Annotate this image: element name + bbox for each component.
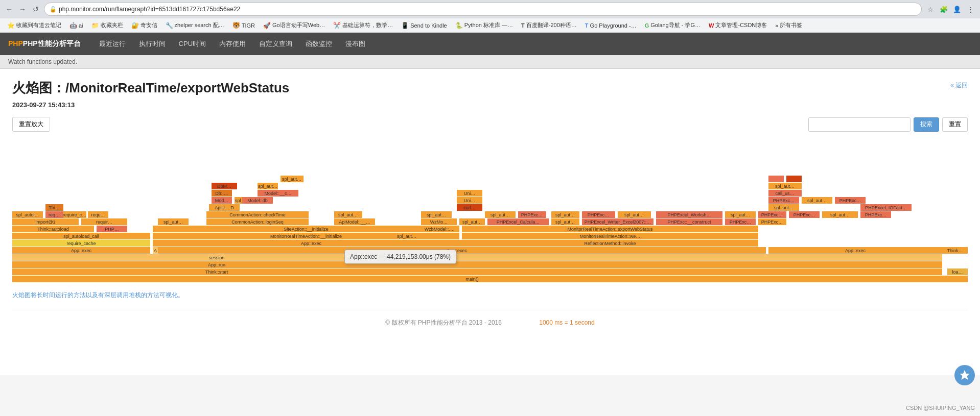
svg-text:WzMo…: WzMo… bbox=[430, 219, 448, 225]
nav-cpu-time[interactable]: CPU时间 bbox=[173, 36, 212, 52]
svg-text:Think::start: Think::start bbox=[205, 270, 228, 275]
svg-text:App::exec: App::exec bbox=[447, 248, 468, 253]
flame-think-start[interactable] bbox=[12, 268, 942, 275]
svg-text:require_c…: require_c… bbox=[63, 212, 87, 217]
svg-text:ReflectionMethod::invoke: ReflectionMethod::invoke bbox=[584, 241, 636, 246]
bookmark-baidu-translate[interactable]: T 百度翻译-200种语… bbox=[518, 20, 580, 30]
svg-text:PHPExc…: PHPExc… bbox=[761, 212, 783, 217]
main-nav: 最近运行 执行时间 CPU时间 内存使用 自定义查询 函数监控 漫布图 bbox=[93, 36, 371, 52]
svg-text:MonitorRealTimeAction::exportW: MonitorRealTimeAction::exportWebStatus bbox=[567, 227, 653, 232]
svg-text:PHPExc…: PHPExc… bbox=[865, 212, 887, 217]
svg-text:MonitorRealTimeAction::we…: MonitorRealTimeAction::we… bbox=[580, 234, 641, 239]
bookmark-csdn[interactable]: W 文章管理-CSDN博客 bbox=[706, 20, 770, 30]
svg-text:PHPExc…: PHPExc… bbox=[730, 219, 752, 225]
reset-button[interactable]: 重置 bbox=[942, 117, 968, 132]
bookmark-all[interactable]: » 所有书签 bbox=[772, 20, 805, 30]
svg-text:Mod…: Mod… bbox=[215, 198, 229, 203]
search-button[interactable]: 搜索 bbox=[914, 117, 939, 132]
address-bar[interactable]: 🔓 php.monitor.com/run/flamegraph?id=6513… bbox=[44, 3, 922, 16]
flame-main[interactable] bbox=[12, 276, 968, 282]
extension-button[interactable]: 🧩 bbox=[938, 4, 949, 15]
svg-text:Think…: Think… bbox=[947, 248, 963, 253]
browser-chrome: ← → ↺ 🔓 php.monitor.com/run/flamegraph?i… bbox=[0, 0, 980, 33]
bookmark-go-playground[interactable]: T Go Playground -… bbox=[582, 21, 640, 30]
svg-text:A: A bbox=[154, 248, 157, 253]
bookmark-qianxin[interactable]: 🔐 奇安信 bbox=[128, 20, 160, 30]
svg-text:App::exec: App::exec bbox=[301, 241, 322, 246]
bookmark-zhelper[interactable]: 🔧 zhelper search 配… bbox=[162, 20, 227, 30]
back-button[interactable]: ← bbox=[4, 4, 14, 14]
timing-text: 1000 ms = 1 second bbox=[539, 319, 594, 326]
svg-text:main(): main() bbox=[465, 277, 479, 282]
bookmark-golang[interactable]: G Golang导航 - 学G… bbox=[642, 20, 704, 30]
search-input[interactable] bbox=[808, 117, 911, 132]
profile-button[interactable]: 👤 bbox=[951, 4, 963, 15]
copyright-text: © 版权所有 PHP性能分析平台 2013 - 2016 bbox=[385, 319, 502, 326]
bookmark-button[interactable]: ☆ bbox=[925, 4, 936, 15]
bookmarks-bar: ⭐ 收藏到有道云笔记 🤖 ai 📁 收藏夹栏 🔐 奇安信 🔧 zhelper s… bbox=[0, 18, 980, 33]
nav-recent-runs[interactable]: 最近运行 bbox=[93, 36, 132, 52]
svg-text:PHPExcel_Calcula…: PHPExcel_Calcula… bbox=[497, 219, 540, 225]
notification-bar: Watch functions updated. bbox=[0, 55, 980, 69]
svg-text:spl_aut…: spl_aut… bbox=[338, 212, 358, 217]
bookmark-ai[interactable]: 🤖 ai bbox=[66, 21, 86, 30]
nav-func-monitor[interactable]: 函数监控 bbox=[299, 36, 338, 52]
bookmark-youdao[interactable]: ⭐ 收藏到有道云笔记 bbox=[4, 20, 64, 30]
svg-text:PHPExcel_Worksh…: PHPExcel_Worksh… bbox=[668, 212, 711, 217]
svg-text:spl_aut…: spl_aut… bbox=[462, 219, 482, 225]
svg-text:Uni…: Uni… bbox=[464, 198, 476, 203]
page-footer: © 版权所有 PHP性能分析平台 2013 - 2016 1000 ms = 1… bbox=[12, 310, 968, 335]
svg-text:spl_aut…: spl_aut… bbox=[731, 212, 750, 217]
svg-text:WzbModel::…: WzbModel::… bbox=[425, 227, 454, 232]
search-controls: 搜索 重置 bbox=[808, 117, 968, 132]
browser-toolbar: ← → ↺ 🔓 php.monitor.com/run/flamegraph?i… bbox=[0, 0, 980, 18]
svg-text:PHPExc::__construct: PHPExc::__construct bbox=[667, 219, 711, 225]
svg-text:ApiModel::__…: ApiModel::__… bbox=[339, 219, 370, 225]
nav-custom-query[interactable]: 自定义查询 bbox=[253, 36, 298, 52]
bookmark-python[interactable]: 🐍 Python 标准库 —… bbox=[452, 20, 516, 30]
svg-text:Uni…: Uni… bbox=[464, 191, 476, 196]
bookmark-kindle[interactable]: 📱 Send to Kindle bbox=[398, 21, 450, 30]
svg-text:loa…: loa… bbox=[952, 270, 963, 275]
flamegraph-container: main() Think::start loa… App::run sessio… bbox=[12, 140, 968, 283]
svg-text:ApiU… D: ApiU… D bbox=[215, 205, 234, 210]
reset-zoom-button[interactable]: 重置放大 bbox=[12, 117, 50, 132]
flame-app-run[interactable] bbox=[12, 261, 942, 268]
svg-text:spl_autol…: spl_autol… bbox=[16, 212, 39, 217]
return-link[interactable]: « 返回 bbox=[950, 81, 968, 90]
svg-text:spl_aut…: spl_aut… bbox=[830, 212, 850, 217]
svg-text:spl_aut…: spl_aut… bbox=[282, 177, 301, 182]
svg-text:DbM…: DbM… bbox=[217, 184, 231, 189]
nav-flamegraph[interactable]: 漫布图 bbox=[339, 36, 371, 52]
flamegraph-svg[interactable]: main() Think::start loa… App::run sessio… bbox=[12, 140, 968, 283]
flame-phpexc-tiny1[interactable] bbox=[768, 176, 784, 182]
app-header: PHPPHP性能分析平台 最近运行 执行时间 CPU时间 内存使用 自定义查询 … bbox=[0, 33, 980, 55]
svg-text:spl_aut…: spl_aut… bbox=[164, 219, 183, 225]
svg-text:spl_aut…: spl_aut… bbox=[427, 212, 446, 217]
svg-text:spl_aut…: spl_aut… bbox=[807, 198, 827, 203]
svg-text:Model::__c…: Model::__c… bbox=[264, 191, 291, 196]
svg-text:PHPExcel_IOFact…: PHPExcel_IOFact… bbox=[865, 205, 907, 210]
svg-text:import@1: import@1 bbox=[35, 219, 55, 225]
bookmark-favorites[interactable]: 📁 收藏夹栏 bbox=[88, 20, 126, 30]
svg-text:call_us…: call_us… bbox=[775, 191, 794, 196]
reload-button[interactable]: ↺ bbox=[31, 4, 41, 14]
svg-text:PHPExc…: PHPExc… bbox=[794, 212, 815, 217]
svg-text:spl_aut…: spl_aut… bbox=[624, 212, 644, 217]
main-content: 火焰图：/MonitorRealTime/exportWebStatus 202… bbox=[0, 69, 980, 375]
nav-memory[interactable]: 内存使用 bbox=[213, 36, 252, 52]
bookmark-math[interactable]: ✂️ 基础运算符，数学… bbox=[330, 20, 396, 30]
svg-text:spl_aut…: spl_aut… bbox=[555, 212, 575, 217]
svg-text:spl_aut…: spl_aut… bbox=[774, 205, 794, 210]
flame-session[interactable] bbox=[12, 254, 942, 261]
controls-row: 重置放大 搜索 重置 bbox=[12, 117, 968, 132]
svg-text:requir…: requir… bbox=[96, 219, 112, 225]
svg-text:PHPExcel_Writer_Excel2007::…: PHPExcel_Writer_Excel2007::… bbox=[585, 219, 651, 225]
bookmark-go-web[interactable]: 🚀 Go语言动手写Web… bbox=[260, 20, 328, 30]
forward-button[interactable]: → bbox=[17, 4, 28, 14]
nav-exec-time[interactable]: 执行时间 bbox=[133, 36, 172, 52]
bookmark-tigr[interactable]: 🐯 TIGR bbox=[229, 21, 258, 30]
flame-phpexc-tiny2[interactable] bbox=[786, 176, 802, 182]
svg-text:PHP…: PHP… bbox=[105, 227, 119, 232]
menu-button[interactable]: ⋮ bbox=[965, 4, 976, 15]
